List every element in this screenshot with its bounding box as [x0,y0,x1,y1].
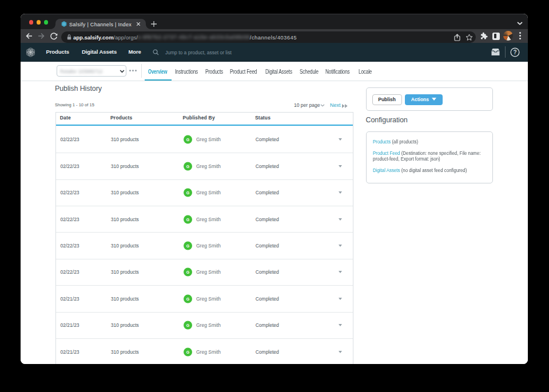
svg-text:?: ? [513,49,516,55]
